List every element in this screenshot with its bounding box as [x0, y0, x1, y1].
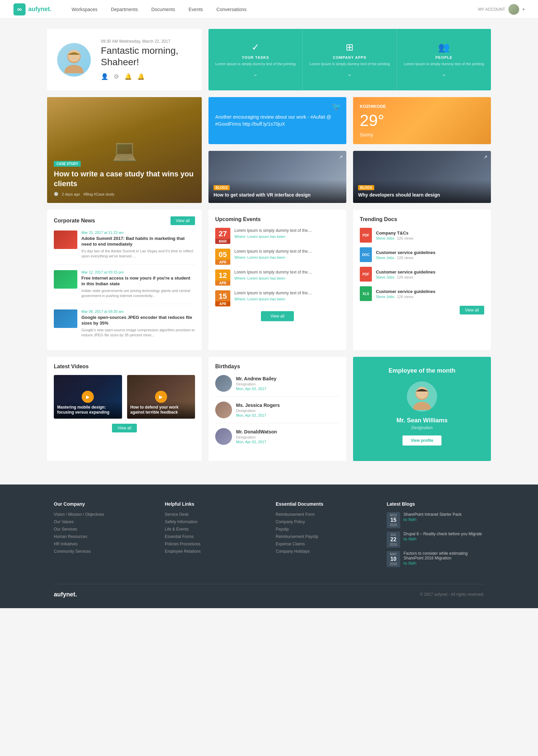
doc-name-4: Customer service guidelines — [376, 289, 435, 294]
event-day-4: 15 — [215, 290, 230, 301]
greeting-message: Fantastic morning, Shaheer! — [101, 45, 192, 68]
latest-videos-card: Latest Videos ▶ Mastering mobile design:… — [47, 357, 202, 461]
footer-blog-date-1: NOV 15 2016 — [387, 512, 400, 528]
footer-blog-date-2: JUL 22 2016 — [387, 532, 400, 548]
corporate-news-view-all[interactable]: View all — [170, 216, 195, 225]
event-location-1: Where: Lorem Ipsum has been — [234, 235, 312, 239]
footer-link-payslip[interactable]: Payslip — [276, 527, 373, 532]
footer: Our Company Vision / Mission / Objective… — [0, 485, 538, 608]
footer-link-safety[interactable]: Safety Information — [165, 519, 262, 524]
footer-link-policies[interactable]: Policies Procedures — [165, 542, 262, 546]
three-col-section: Corporate News View all Mar 15, 2017 at … — [47, 210, 491, 350]
settings-icon[interactable]: ⚙ — [114, 73, 119, 80]
doc-views-1: 126 views — [397, 236, 413, 240]
footer-link-expense-claims[interactable]: Expense Claims — [276, 542, 373, 546]
footer-link-hr[interactable]: Human Resources — [54, 534, 151, 539]
blog-vr-overlay: BLOGS How to get started with VR interfa… — [208, 180, 346, 203]
doc-item-4: XLS Customer service guidelines Steve Jo… — [360, 286, 484, 301]
footer-link-life-events[interactable]: Life & Events — [165, 527, 262, 532]
stat-people[interactable]: 👥 PEOPLE Lorem Ipsum is simply dummy tex… — [397, 29, 491, 90]
play-button-1[interactable]: ▶ — [82, 391, 94, 403]
nav-conversations[interactable]: Conversations — [217, 7, 247, 12]
nav-documents[interactable]: Documents — [151, 7, 175, 12]
event-month-4: APR — [215, 301, 230, 306]
video-thumb-1[interactable]: ▶ Mastering mobile design: focusing vers… — [54, 375, 122, 419]
nav-workspaces[interactable]: Workspaces — [72, 7, 98, 12]
video-title-1: Mastering mobile design: focusing versus… — [54, 402, 122, 419]
docs-view-all-button[interactable]: View all — [460, 306, 484, 314]
bottom-section: Latest Videos ▶ Mastering mobile design:… — [47, 357, 491, 461]
account-dropdown-icon[interactable]: ▾ — [523, 7, 525, 12]
footer-link-vision[interactable]: Vision / Mission / Objectives — [54, 512, 151, 517]
videos-view-all-button[interactable]: View all — [112, 424, 137, 432]
doc-meta-2: Steve Jobs 126 views — [376, 256, 435, 260]
doc-content-2: Customer service guidelines Steve Jobs 1… — [376, 250, 435, 260]
news-item-1: Mar 15, 2017 at 11:23 am Adobe Summit 20… — [54, 230, 195, 265]
footer-blog-text-2: Drupal 8 – Reality check before you Migr… — [404, 532, 482, 541]
footer-link-company-holidays[interactable]: Company Holidays — [276, 549, 373, 554]
nav-events[interactable]: Events — [189, 7, 203, 12]
bell-icon[interactable]: 🔔 — [124, 73, 132, 80]
footer-link-values[interactable]: Our Values — [54, 519, 151, 524]
blog-vr-card[interactable]: ↗ BLOGS How to get started with VR inter… — [208, 151, 346, 203]
account-avatar — [508, 4, 519, 15]
footer-link-services[interactable]: Our Services — [54, 527, 151, 532]
weather-city: Kozhikode — [360, 104, 484, 109]
logo[interactable]: ∞ aufynet. — [13, 3, 51, 15]
footer-blog-3: MAY 10 2016 Factors to consider while es… — [387, 551, 484, 567]
news-excerpt-2: Indian state governments are joining tec… — [81, 288, 195, 299]
employee-designation: Designation — [411, 425, 432, 430]
footer-link-essential-forms[interactable]: Essential Forms — [165, 534, 262, 539]
footer-link-hr-initiatives[interactable]: HR Initiatives — [54, 542, 151, 546]
footer-link-reimbursement[interactable]: Reimbursement Form — [276, 512, 373, 517]
twitter-card[interactable]: 🐦 Another encouraging review about our w… — [208, 97, 346, 144]
account-area[interactable]: MY ACCOUNT ▾ — [478, 4, 525, 15]
doc-item-2: DOC Customer service guidelines Steve Jo… — [360, 247, 484, 262]
blog-vr-badge: BLOGS — [214, 185, 230, 190]
news-content-2: Mar 12, 2017 at 03:15 pm Free internet a… — [81, 270, 195, 299]
corporate-news-title: Corporate News — [54, 218, 95, 224]
birthday-item-2: Ms. Jessica Rogers Designation Mon, Apr … — [215, 402, 340, 423]
greeting-icons: 👤 ⚙ 🔔 🔔 — [101, 73, 192, 80]
user-icon[interactable]: 👤 — [101, 73, 108, 80]
trending-docs-card: Trending Docs PDF Company T&Cs Steve Job… — [353, 210, 491, 350]
doc-icon-2: DOC — [360, 247, 372, 262]
footer-link-service-desk[interactable]: Service Desk — [165, 512, 262, 517]
footer-link-company-policy[interactable]: Company Policy — [276, 519, 373, 524]
events-view-all-button[interactable]: View all — [261, 311, 294, 321]
blog-design-card[interactable]: ↗ BLOGS Why developers should learn desi… — [353, 151, 491, 203]
svg-point-1 — [65, 65, 83, 73]
birthday-date-3: Mon, Apr 02, 2017 — [236, 440, 277, 444]
footer-logo: aufynet. — [54, 591, 77, 598]
svg-point-4 — [416, 387, 428, 399]
featured-main-card[interactable]: CASE STUDY How to write a case study tha… — [47, 97, 202, 203]
doc-item-1: PDF Company T&Cs Steve Jobs 126 views — [360, 228, 484, 243]
external-link-icon: ↗ — [339, 154, 343, 160]
twitter-text: Another encouraging review about our wor… — [215, 114, 340, 128]
event-info-1: Lorem Ipsum is simply dummy text of the.… — [234, 228, 312, 244]
notification-icon[interactable]: 🔔 — [137, 73, 145, 80]
stat-apps[interactable]: ⊞ COMPANY APPS Lorem Ipsum is simply dum… — [303, 29, 397, 90]
footer-link-community[interactable]: Community Services — [54, 549, 151, 554]
stat-tasks-desc: Lorem Ipsum is simply dummy text of the … — [215, 61, 296, 67]
stat-tasks[interactable]: ✓ YOUR TASKS Lorem Ipsum is simply dummy… — [208, 29, 303, 90]
news-thumb-2 — [54, 270, 77, 289]
employee-view-profile-button[interactable]: View profile — [402, 435, 441, 446]
news-date-3: Mar 08, 2017 at 09:30 am — [81, 309, 195, 313]
blog-vr-title: How to get started with VR interface des… — [214, 192, 341, 198]
doc-content-4: Customer service guidelines Steve Jobs 1… — [376, 289, 435, 299]
blog-design-overlay: BLOGS Why developers should learn design — [353, 180, 491, 203]
news-date-1: Mar 15, 2017 at 11:23 am — [81, 230, 195, 235]
latest-videos-header: Latest Videos — [54, 364, 195, 370]
birthday-date-2: Mon, Apr 02, 2017 — [236, 413, 280, 417]
greeting-text: 09:30 AM Wednesday, March 22, 2017 Fanta… — [101, 39, 192, 80]
footer-link-employee-relations[interactable]: Employee Relations — [165, 549, 262, 554]
play-button-2[interactable]: ▶ — [155, 391, 167, 403]
footer-link-reimbursement-payslip[interactable]: Reimbursement Payslip — [276, 534, 373, 539]
nav-departments[interactable]: Departments — [111, 7, 138, 12]
event-location-3: Where: Lorem Ipsum has been — [234, 276, 312, 280]
footer-blog-month-1: NOV — [389, 513, 398, 517]
doc-name-3: Customer service guidelines — [376, 269, 435, 275]
featured-time-ago: 2 days ago — [62, 192, 80, 196]
video-thumb-2[interactable]: ▶ How to defend your work against terrib… — [127, 375, 195, 419]
